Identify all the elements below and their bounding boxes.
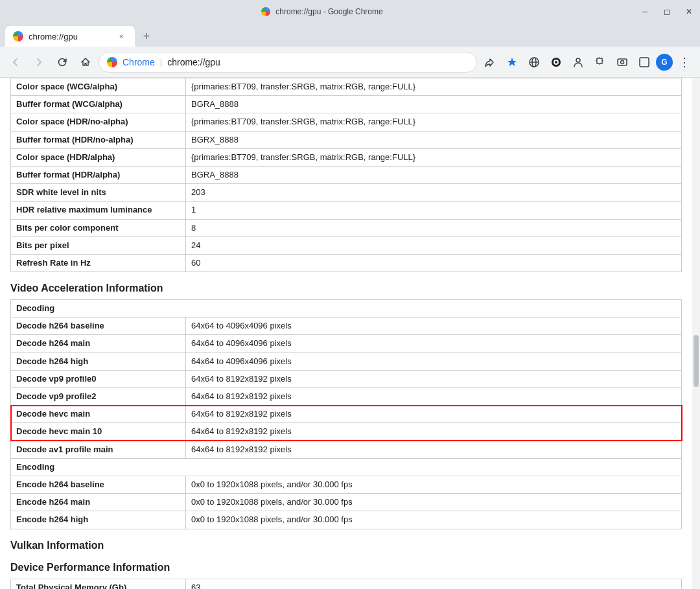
- table-row: Decoding: [11, 300, 682, 318]
- table-row: Decode h264 main64x64 to 4096x4096 pixel…: [11, 335, 682, 352]
- window-controls: ─ ◻ ✕: [639, 6, 695, 17]
- omnibox-url: chrome://gpu: [167, 57, 220, 67]
- reload-button[interactable]: [52, 52, 73, 73]
- table-row: Total Physical Memory (Gb)63: [11, 579, 682, 589]
- table-row: Decode vp9 profile264x64 to 8192x8192 pi…: [11, 388, 682, 406]
- home-button[interactable]: [75, 52, 96, 73]
- page-content: Color space (WCG/alpha){primaries:BT709,…: [0, 78, 700, 589]
- record-button[interactable]: [546, 52, 566, 73]
- tab-favicon-icon: [13, 31, 23, 41]
- table-row: Refresh Rate in Hz60: [11, 254, 682, 271]
- omnibox-separator: |: [160, 57, 162, 67]
- table-row: Encode h264 baseline0x0 to 1920x1088 pix…: [11, 476, 682, 493]
- close-button[interactable]: ✕: [683, 6, 695, 17]
- device-section-title: Device Performance Information: [10, 562, 682, 573]
- screenshot-button[interactable]: [612, 52, 633, 73]
- tab-title: chrome://gpu: [29, 32, 110, 41]
- extension-button[interactable]: [590, 52, 611, 73]
- chrome-logo-icon: [261, 7, 270, 16]
- page-scroll: Color space (WCG/alpha){primaries:BT709,…: [0, 78, 692, 589]
- gpu-page: Color space (WCG/alpha){primaries:BT709,…: [0, 78, 692, 589]
- toolbar-icons: G ⋮: [480, 52, 695, 73]
- table-row: HDR relative maximum luminance1: [11, 202, 682, 219]
- omnibox-favicon-icon: [107, 57, 117, 67]
- highlighted-row: Decode hevc main 1064x64 to 8192x8192 pi…: [11, 423, 682, 441]
- table-row: Encode h264 high0x0 to 1920x1088 pixels,…: [11, 511, 682, 529]
- omnibox-brand: Chrome: [122, 57, 155, 67]
- maximize-button[interactable]: ◻: [661, 6, 673, 17]
- table-row: Decode av1 profile main64x64 to 8192x819…: [11, 441, 682, 458]
- tab-close-button[interactable]: ×: [115, 30, 127, 42]
- active-tab[interactable]: chrome://gpu ×: [5, 26, 135, 47]
- people-button[interactable]: [568, 52, 589, 73]
- video-info-table: DecodingDecode h264 baseline64x64 to 409…: [10, 299, 682, 529]
- bookmark-button[interactable]: [502, 52, 522, 73]
- tab-bar: chrome://gpu × +: [0, 23, 700, 47]
- table-row: Color space (HDR/no-alpha){primaries:BT7…: [11, 113, 682, 131]
- address-bar: Chrome | chrome://gpu G ⋮: [0, 47, 700, 78]
- new-tab-button[interactable]: +: [137, 27, 156, 45]
- svg-rect-9: [640, 58, 649, 67]
- scrollbar[interactable]: [692, 78, 700, 589]
- minimize-button[interactable]: ─: [639, 6, 651, 17]
- table-row: Decode vp9 profile064x64 to 8192x8192 pi…: [11, 370, 682, 387]
- video-table-wrapper: DecodingDecode h264 baseline64x64 to 409…: [10, 299, 682, 529]
- display-info-table: Color space (WCG/alpha){primaries:BT709,…: [10, 78, 682, 272]
- table-row: Encode h264 main0x0 to 1920x1088 pixels,…: [11, 494, 682, 511]
- table-row: Buffer format (WCG/alpha)BGRA_8888: [11, 96, 682, 113]
- profile-avatar[interactable]: G: [656, 54, 673, 71]
- table-row: Decode h264 baseline64x64 to 4096x4096 p…: [11, 318, 682, 335]
- table-row: SDR white level in nits203: [11, 184, 682, 202]
- table-row: Bits per pixel24: [11, 237, 682, 254]
- table-row: Buffer format (HDR/alpha)BGRA_8888: [11, 166, 682, 183]
- forward-button[interactable]: [29, 52, 49, 73]
- titlebar: chrome://gpu - Google Chrome ─ ◻ ✕: [0, 0, 700, 23]
- svg-point-6: [576, 58, 580, 62]
- table-row: Encoding: [11, 458, 682, 476]
- back-button[interactable]: [5, 52, 26, 73]
- omnibox[interactable]: Chrome | chrome://gpu: [99, 52, 477, 73]
- scrollbar-thumb[interactable]: [694, 335, 699, 387]
- table-row: Bits per color component8: [11, 219, 682, 237]
- video-section-title: Video Acceleration Information: [10, 283, 682, 294]
- table-row: Buffer format (HDR/no-alpha)BGRX_8888: [11, 131, 682, 148]
- menu-button[interactable]: ⋮: [674, 52, 695, 73]
- table-row: Decode h264 high64x64 to 4096x4096 pixel…: [11, 352, 682, 370]
- highlighted-row: Decode hevc main64x64 to 8192x8192 pixel…: [11, 406, 682, 423]
- svg-rect-7: [618, 59, 627, 65]
- table-row: Color space (WCG/alpha){primaries:BT709,…: [11, 78, 682, 96]
- vulkan-section-title: Vulkan Information: [10, 540, 682, 551]
- svg-point-8: [621, 60, 624, 64]
- table-row: Color space (HDR/alpha){primaries:BT709,…: [11, 148, 682, 166]
- svg-point-5: [555, 61, 557, 64]
- window-button[interactable]: [634, 52, 655, 73]
- device-info-table: Total Physical Memory (Gb)63: [10, 579, 682, 590]
- window-title: chrome://gpu - Google Chrome: [275, 7, 382, 16]
- share-button[interactable]: [480, 52, 500, 73]
- globe-button[interactable]: [524, 52, 544, 73]
